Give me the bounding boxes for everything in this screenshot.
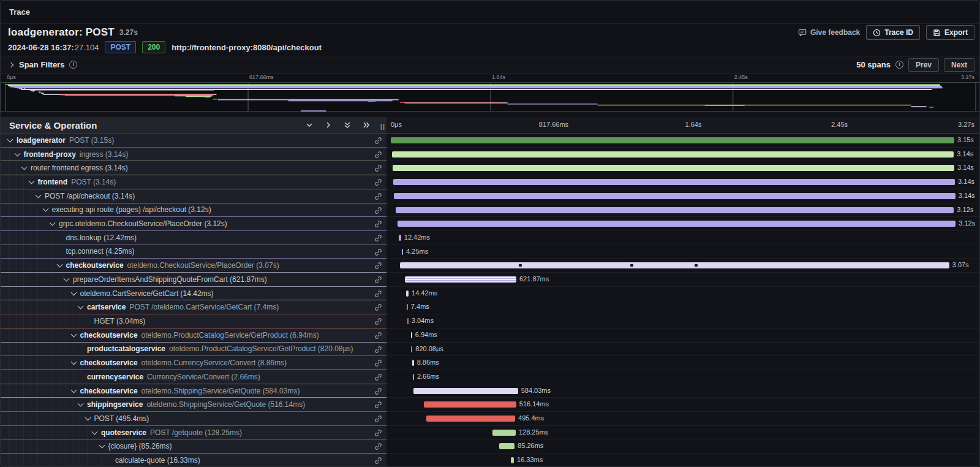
span-row[interactable]: prepareOrderItemsAndShippingQuoteFromCar…: [1, 273, 979, 287]
span-bar-cell[interactable]: 3.14s: [386, 161, 979, 175]
span-row[interactable]: tcp.connect (4.25ms)4.25ms: [1, 245, 979, 259]
span-name-cell[interactable]: POST (495.4ms): [1, 412, 386, 426]
span-row[interactable]: loadgeneratorPOST (3.15s)3.15s: [1, 134, 979, 148]
span-bar-cell[interactable]: 820.08μs: [386, 343, 979, 357]
span-duration-bar[interactable]: [399, 235, 401, 241]
span-name-cell[interactable]: router frontend egress (3.14s): [1, 161, 386, 175]
span-link-icon[interactable]: [374, 345, 382, 356]
span-row[interactable]: currencyserviceCurrencyService/Convert (…: [1, 370, 979, 384]
span-duration-bar[interactable]: [499, 443, 514, 449]
span-duration-bar[interactable]: [411, 332, 412, 338]
span-bar-cell[interactable]: 3.04ms: [386, 314, 979, 328]
span-link-icon[interactable]: [374, 219, 382, 230]
span-bar-cell[interactable]: 128.25ms: [386, 426, 979, 440]
span-row[interactable]: shippingserviceoteldemo.ShippingService/…: [1, 398, 979, 412]
span-link-icon[interactable]: [374, 359, 382, 370]
column-resize-handle[interactable]: ||: [380, 123, 385, 130]
expand-one-icon[interactable]: [324, 121, 333, 129]
span-bar-cell[interactable]: 2.66ms: [386, 370, 979, 384]
span-link-icon[interactable]: [374, 456, 382, 467]
span-bar-cell[interactable]: 3.12s: [386, 203, 979, 218]
next-button[interactable]: Next: [944, 58, 974, 72]
span-row[interactable]: checkoutserviceoteldemo.CheckoutService/…: [1, 259, 979, 273]
span-bar-cell[interactable]: 3.07s: [386, 259, 979, 273]
span-link-icon[interactable]: [374, 442, 382, 453]
span-link-icon[interactable]: [374, 414, 382, 425]
span-duration-bar[interactable]: [492, 430, 515, 436]
span-link-icon[interactable]: [374, 331, 382, 342]
span-link-icon[interactable]: [374, 192, 382, 203]
span-bar-cell[interactable]: 85.26ms: [386, 439, 979, 454]
span-bar-cell[interactable]: 3.14s: [386, 175, 979, 189]
span-row[interactable]: cartservicePOST /oteldemo.CartService/Ge…: [1, 300, 979, 314]
span-bar-cell[interactable]: 16.33ms: [386, 454, 979, 467]
span-link-icon[interactable]: [374, 178, 382, 189]
span-name-cell[interactable]: checkoutserviceoteldemo.ShippingService/…: [1, 384, 386, 398]
collapse-one-icon[interactable]: [305, 121, 314, 129]
span-row[interactable]: HGET (3.04ms)3.04ms: [1, 314, 979, 328]
span-duration-bar[interactable]: [413, 388, 518, 394]
span-duration-bar[interactable]: [511, 457, 514, 463]
span-duration-bar[interactable]: [424, 401, 516, 408]
span-row[interactable]: router frontend egress (3.14s)3.14s: [1, 161, 979, 175]
span-name-cell[interactable]: executing api route (pages) /api/checkou…: [1, 203, 386, 218]
span-bar-cell[interactable]: 8.86ms: [386, 356, 979, 370]
span-duration-bar[interactable]: [407, 318, 409, 324]
span-duration-bar[interactable]: [392, 151, 954, 158]
span-duration-bar[interactable]: [398, 221, 956, 227]
span-name-cell[interactable]: tcp.connect (4.25ms): [1, 245, 386, 259]
span-row[interactable]: dns.lookup (12.42ms)12.42ms: [1, 231, 979, 245]
span-name-cell[interactable]: calculate-quote (16.33ms): [1, 454, 386, 467]
span-row[interactable]: productcatalogserviceoteldemo.ProductCat…: [1, 343, 979, 357]
span-duration-bar[interactable]: [406, 290, 409, 297]
span-duration-bar[interactable]: [396, 207, 954, 213]
span-bar-cell[interactable]: 12.42ms: [386, 231, 979, 245]
span-bar-cell[interactable]: 3.15s: [386, 134, 979, 148]
collapse-all-icon[interactable]: [343, 121, 352, 129]
span-name-cell[interactable]: oteldemo.CartService/GetCart (14.42ms): [1, 287, 386, 301]
span-name-cell[interactable]: cartservicePOST /oteldemo.CartService/Ge…: [1, 300, 386, 314]
span-link-icon[interactable]: [374, 150, 382, 161]
span-row[interactable]: checkoutserviceoteldemo.CurrencyService/…: [1, 356, 979, 370]
span-name-cell[interactable]: {closure} (85.26ms): [1, 439, 386, 454]
span-count-info-icon[interactable]: i: [895, 61, 903, 69]
span-link-icon[interactable]: [374, 373, 382, 384]
span-row[interactable]: POST /api/checkout (3.14s)3.14s: [1, 189, 979, 203]
span-duration-bar[interactable]: [426, 416, 515, 422]
span-duration-bar[interactable]: [393, 179, 955, 185]
span-row[interactable]: calculate-quote (16.33ms)16.33ms: [1, 454, 979, 467]
span-duration-bar[interactable]: [402, 249, 403, 255]
span-row[interactable]: frontendPOST (3.14s)3.14s: [1, 175, 979, 189]
span-link-icon[interactable]: [374, 164, 382, 175]
trace-id-button[interactable]: Trace ID: [866, 25, 920, 40]
span-bar-cell[interactable]: 495.4ms: [386, 412, 979, 426]
span-row[interactable]: frontend-proxyingress (3.14s)3.14s: [1, 148, 979, 162]
span-link-icon[interactable]: [374, 303, 382, 314]
span-duration-bar[interactable]: [407, 304, 408, 310]
span-name-cell[interactable]: grpc.oteldemo.CheckoutService/PlaceOrder…: [1, 217, 386, 231]
span-duration-bar[interactable]: [393, 165, 954, 171]
span-link-icon[interactable]: [374, 428, 382, 439]
span-bar-cell[interactable]: 4.25ms: [386, 245, 979, 259]
span-link-icon[interactable]: [374, 248, 382, 259]
span-name-cell[interactable]: checkoutserviceoteldemo.CheckoutService/…: [1, 259, 386, 273]
span-row[interactable]: checkoutserviceoteldemo.ShippingService/…: [1, 384, 979, 398]
span-duration-bar[interactable]: [412, 360, 414, 366]
span-filters-expand-icon[interactable]: [9, 62, 13, 67]
span-row[interactable]: grpc.oteldemo.CheckoutService/PlaceOrder…: [1, 217, 979, 231]
span-row[interactable]: POST (495.4ms)495.4ms: [1, 412, 979, 426]
span-name-cell[interactable]: dns.lookup (12.42ms): [1, 231, 386, 245]
span-name-cell[interactable]: checkoutserviceoteldemo.CurrencyService/…: [1, 356, 386, 370]
span-name-cell[interactable]: POST /api/checkout (3.14s): [1, 189, 386, 203]
span-row[interactable]: quoteservicePOST /getquote (128.25ms)128…: [1, 426, 979, 440]
span-name-cell[interactable]: frontendPOST (3.14s): [1, 175, 386, 189]
span-link-icon[interactable]: [374, 206, 382, 217]
span-bar-cell[interactable]: 621.87ms: [386, 273, 979, 287]
span-duration-bar[interactable]: [400, 262, 949, 268]
span-link-icon[interactable]: [374, 387, 382, 398]
span-bar-cell[interactable]: 3.14s: [386, 189, 979, 203]
span-bar-cell[interactable]: 516.14ms: [386, 398, 979, 412]
span-duration-bar[interactable]: [391, 137, 954, 143]
span-row[interactable]: checkoutserviceoteldemo.ProductCatalogSe…: [1, 328, 979, 343]
span-link-icon[interactable]: [374, 261, 382, 272]
